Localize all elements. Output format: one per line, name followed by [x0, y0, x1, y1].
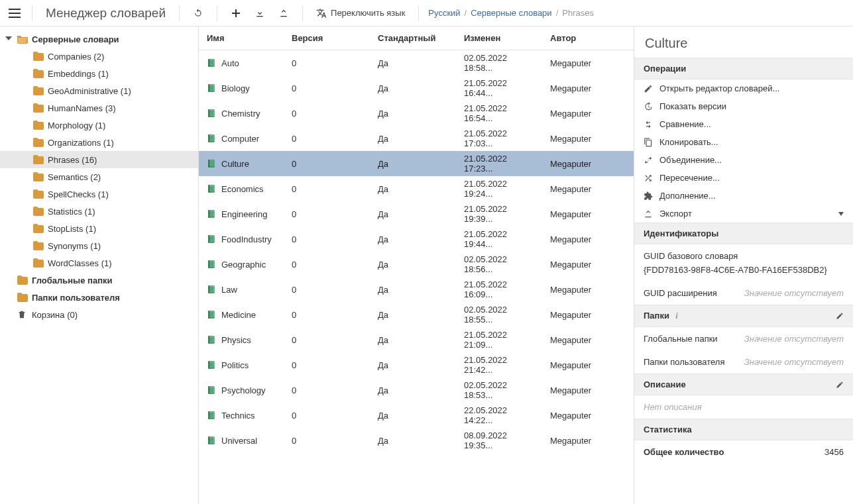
import-button[interactable]: [251, 4, 269, 23]
svg-rect-37: [208, 436, 209, 444]
cell-modified: 21.05.2022 16:44...: [456, 76, 542, 101]
op-compare[interactable]: Сравнение...: [634, 115, 853, 133]
col-modified[interactable]: Изменен: [456, 26, 542, 50]
col-name[interactable]: Имя: [199, 26, 284, 50]
collapse-icon[interactable]: [5, 35, 13, 43]
cell-modified: 21.05.2022 16:54...: [456, 101, 542, 126]
value: 3456: [825, 447, 844, 457]
export-button[interactable]: [274, 4, 293, 23]
section-identifiers: Идентификаторы: [634, 223, 853, 244]
tree-root-server-dicts[interactable]: Серверные словари: [0, 30, 198, 48]
op-show-versions[interactable]: Показать версии: [634, 97, 853, 115]
op-intersect[interactable]: Пересечение...: [634, 169, 853, 187]
switch-language-label: Переключить язык: [331, 8, 405, 18]
sidebar-folder[interactable]: SpellChecks (1): [0, 185, 198, 203]
sidebar-folder[interactable]: HumanNames (3): [0, 99, 198, 117]
table-row[interactable]: Auto0Да02.05.2022 18:58...Megaputer: [199, 50, 634, 76]
book-icon: [207, 385, 216, 395]
table-row[interactable]: Politics0Да21.05.2022 21:42...Megaputer: [199, 352, 634, 378]
pencil-icon: [644, 84, 653, 93]
label: Глобальные папки: [644, 334, 718, 344]
folder-icon: [33, 86, 44, 95]
sidebar-folder[interactable]: WordClasses (1): [0, 254, 198, 272]
tree-label: Папки пользователя: [32, 293, 120, 303]
tree-trash[interactable]: Корзина (0): [0, 306, 198, 323]
table-row[interactable]: Biology0Да21.05.2022 16:44...Megaputer: [199, 76, 634, 101]
edit-button[interactable]: [836, 381, 844, 389]
detail-panel: Culture Операции Открыть редактор словар…: [634, 26, 853, 504]
op-export[interactable]: Экспорт: [634, 205, 853, 223]
table-row[interactable]: Universal0Да08.09.2022 19:35...Megaputer: [199, 428, 634, 453]
table-row[interactable]: Law0Да21.05.2022 16:09...Megaputer: [199, 277, 634, 302]
edit-button[interactable]: [836, 312, 844, 320]
op-clone[interactable]: Клонировать...: [634, 133, 853, 151]
svg-rect-26: [209, 311, 214, 317]
folder-label: HumanNames (3): [48, 103, 116, 113]
refresh-button[interactable]: [189, 4, 207, 23]
col-standard[interactable]: Стандартный: [370, 26, 456, 50]
op-open-editor[interactable]: Открыть редактор словарей...: [634, 79, 853, 97]
folder-icon: [33, 172, 44, 181]
sidebar-folder[interactable]: Embeddings (1): [0, 65, 198, 82]
table-row[interactable]: Psychology0Да02.05.2022 18:53...Megapute…: [199, 378, 634, 403]
table-row[interactable]: Engineering0Да21.05.2022 19:39...Megaput…: [199, 201, 634, 227]
table-row[interactable]: Culture0Да21.05.2022 17:23...Megaputer: [199, 151, 634, 176]
col-author[interactable]: Автор: [542, 26, 634, 50]
table-row[interactable]: Chemistry0Да21.05.2022 16:54...Megaputer: [199, 101, 634, 126]
switch-language-button[interactable]: Переключить язык: [312, 8, 409, 19]
sidebar-folder[interactable]: Statistics (1): [0, 203, 198, 220]
table-row[interactable]: Computer0Да21.05.2022 17:03...Megaputer: [199, 126, 634, 151]
op-append[interactable]: Дополнение...: [634, 187, 853, 205]
cell-author: Megaputer: [542, 352, 634, 378]
cell-version: 0: [284, 50, 370, 76]
table-row[interactable]: Technics0Да22.05.2022 14:22...Megaputer: [199, 403, 634, 428]
col-version[interactable]: Версия: [284, 26, 370, 50]
cell-version: 0: [284, 126, 370, 151]
tree-user-folders[interactable]: Папки пользователя: [0, 289, 198, 306]
book-icon: [207, 134, 216, 143]
book-icon: [207, 411, 216, 420]
sidebar-folder[interactable]: Organizations (1): [0, 134, 198, 151]
op-label: Сравнение...: [659, 119, 711, 129]
add-button[interactable]: [227, 4, 245, 23]
svg-rect-1: [9, 13, 21, 14]
cell-modified: 21.05.2022 19:24...: [456, 176, 542, 201]
label: GUID расширения: [644, 288, 717, 298]
svg-rect-33: [208, 386, 209, 394]
book-icon: [207, 209, 216, 219]
cell-modified: 21.05.2022 17:03...: [456, 126, 542, 151]
menu-button[interactable]: [7, 5, 23, 21]
cell-name: Physics: [221, 335, 251, 345]
svg-rect-10: [209, 110, 214, 115]
table-row[interactable]: FoodIndustry0Да21.05.2022 19:44...Megapu…: [199, 227, 634, 252]
tree-label: Глобальные папки: [32, 276, 113, 285]
kv-global-folders: Глобальные папки Значение отсутствует: [634, 327, 853, 350]
cell-author: Megaputer: [542, 201, 634, 227]
sidebar-folder[interactable]: Morphology (1): [0, 117, 198, 134]
folder-icon: [33, 258, 44, 268]
folder-label: Synonyms (1): [48, 241, 101, 251]
table-row[interactable]: Geographic0Да02.05.2022 18:56...Megapute…: [199, 252, 634, 277]
info-icon[interactable]: i: [673, 311, 678, 321]
table-row[interactable]: Medicine0Да02.05.2022 18:55...Megaputer: [199, 302, 634, 327]
folder-icon: [33, 121, 44, 130]
tree-global-folders[interactable]: Глобальные папки: [0, 272, 198, 289]
table-row[interactable]: Physics0Да21.05.2022 21:09...Megaputer: [199, 327, 634, 352]
sidebar-folder[interactable]: Phrases (16): [0, 151, 198, 168]
sidebar-folder[interactable]: GeoAdministrative (1): [0, 82, 198, 99]
book-icon: [207, 335, 216, 344]
value-missing: Значение отсутствует: [744, 334, 844, 344]
cell-version: 0: [284, 252, 370, 277]
sidebar-folder[interactable]: Synonyms (1): [0, 237, 198, 254]
breadcrumb-item[interactable]: Русский: [428, 8, 460, 18]
op-union[interactable]: Объединение...: [634, 151, 853, 169]
sidebar-folder[interactable]: StopLists (1): [0, 220, 198, 237]
folder-icon: [33, 189, 44, 199]
table-row[interactable]: Economics0Да21.05.2022 19:24...Megaputer: [199, 176, 634, 201]
svg-rect-29: [208, 336, 209, 344]
cell-author: Megaputer: [542, 403, 634, 428]
book-icon: [207, 159, 216, 168]
sidebar-folder[interactable]: Companies (2): [0, 48, 198, 65]
sidebar-folder[interactable]: Semantics (2): [0, 168, 198, 185]
breadcrumb-item[interactable]: Серверные словари: [471, 8, 551, 18]
